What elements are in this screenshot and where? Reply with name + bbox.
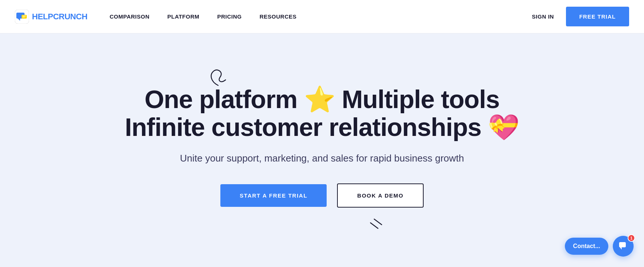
logo-text: HELPCRUNCH [32, 12, 87, 22]
navbar: HELPCRUNCH COMPARISON PLATFORM PRICING R… [0, 0, 644, 33]
svg-marker-9 [620, 247, 622, 250]
start-free-trial-button[interactable]: START A FREE TRIAL [220, 184, 327, 207]
svg-line-7 [370, 223, 378, 228]
book-demo-button[interactable]: BOOK A DEMO [337, 183, 424, 208]
nav-comparison[interactable]: COMPARISON [110, 13, 149, 20]
svg-line-6 [374, 219, 382, 225]
free-trial-button[interactable]: FREE TRIAL [566, 7, 629, 26]
chat-bubble-button[interactable]: 1 [613, 236, 634, 257]
nav-platform[interactable]: PLATFORM [167, 13, 199, 20]
logo-icon [15, 10, 29, 24]
hero-title: One platform ⭐ Multiple tools Infinite c… [125, 85, 519, 141]
notification-badge: 1 [628, 234, 635, 242]
hero-section: One platform ⭐ Multiple tools Infinite c… [0, 33, 644, 267]
nav-resources[interactable]: RESOURCES [259, 13, 297, 20]
sign-in-link[interactable]: SIGN IN [532, 13, 554, 20]
deco-lines [359, 217, 385, 237]
nav-links: COMPARISON PLATFORM PRICING RESOURCES [110, 13, 532, 20]
svg-rect-8 [619, 242, 626, 247]
contact-bubble[interactable]: Contact... [565, 238, 608, 255]
logo[interactable]: HELPCRUNCH [15, 10, 87, 24]
nav-right: SIGN IN FREE TRIAL [532, 7, 629, 26]
hero-subtitle: Unite your support, marketing, and sales… [180, 153, 464, 164]
nav-pricing[interactable]: PRICING [217, 13, 242, 20]
svg-rect-5 [22, 17, 25, 17]
hero-buttons: START A FREE TRIAL BOOK A DEMO [220, 183, 424, 208]
squiggle-decoration [207, 67, 229, 91]
chat-icon [618, 241, 628, 251]
svg-rect-4 [22, 16, 26, 16]
chat-widget: Contact... 1 [565, 236, 634, 257]
